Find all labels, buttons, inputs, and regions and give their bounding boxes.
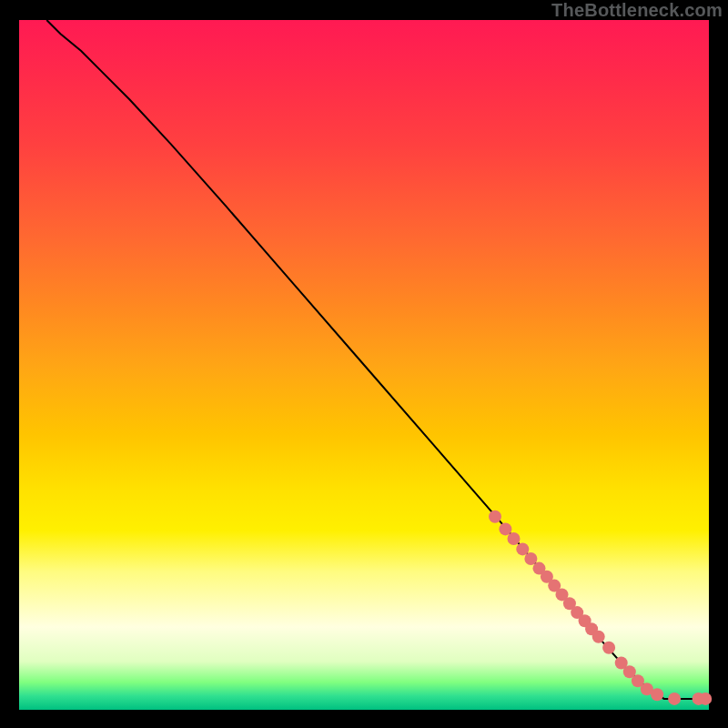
data-point — [516, 542, 529, 555]
data-point — [602, 642, 615, 654]
curve-path — [46, 20, 702, 699]
data-point — [489, 511, 501, 523]
data-point — [668, 693, 681, 705]
data-point — [592, 631, 605, 643]
data-points — [489, 511, 712, 705]
data-point — [508, 532, 521, 545]
curve-line — [46, 20, 702, 699]
data-point — [524, 552, 537, 565]
attribution-label: TheBottleneck.com — [551, 0, 723, 21]
data-point — [651, 688, 663, 701]
chart-overlay — [19, 20, 709, 710]
data-point — [699, 693, 712, 705]
data-point — [499, 522, 511, 535]
